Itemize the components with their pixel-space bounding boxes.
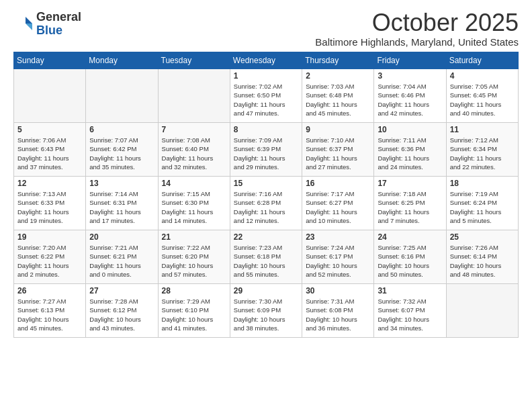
- svg-marker-1: [26, 24, 32, 30]
- calendar-day-cell: 3Sunrise: 7:04 AM Sunset: 6:46 PM Daylig…: [374, 69, 446, 123]
- weekday-header: Tuesday: [158, 52, 230, 69]
- day-info: Sunrise: 7:14 AM Sunset: 6:31 PM Dayligh…: [89, 189, 154, 225]
- day-number: 23: [306, 232, 370, 242]
- logo: General Blue: [13, 11, 81, 38]
- day-number: 19: [17, 232, 82, 242]
- calendar-week-row: 12Sunrise: 7:13 AM Sunset: 6:33 PM Dayli…: [14, 177, 519, 230]
- day-number: 28: [162, 286, 226, 295]
- day-info: Sunrise: 7:27 AM Sunset: 6:13 PM Dayligh…: [17, 297, 82, 332]
- day-number: 22: [234, 232, 298, 242]
- day-info: Sunrise: 7:10 AM Sunset: 6:37 PM Dayligh…: [306, 136, 370, 171]
- calendar-day-cell: 27Sunrise: 7:28 AM Sunset: 6:12 PM Dayli…: [86, 284, 158, 338]
- day-number: 21: [162, 232, 226, 242]
- month-title: October 2025: [315, 11, 519, 35]
- weekday-header: Friday: [374, 52, 446, 69]
- day-info: Sunrise: 7:05 AM Sunset: 6:45 PM Dayligh…: [450, 82, 515, 118]
- day-number: 6: [89, 125, 154, 134]
- calendar-day-cell: 29Sunrise: 7:30 AM Sunset: 6:09 PM Dayli…: [230, 284, 302, 338]
- calendar-day-cell: [14, 69, 86, 123]
- day-number: 30: [306, 286, 370, 295]
- day-number: 15: [234, 179, 298, 188]
- day-info: Sunrise: 7:24 AM Sunset: 6:17 PM Dayligh…: [306, 243, 370, 279]
- day-info: Sunrise: 7:28 AM Sunset: 6:12 PM Dayligh…: [89, 297, 154, 332]
- calendar-day-cell: 30Sunrise: 7:31 AM Sunset: 6:08 PM Dayli…: [302, 284, 374, 338]
- calendar-day-cell: [158, 69, 230, 123]
- day-number: 17: [378, 179, 442, 188]
- day-info: Sunrise: 7:23 AM Sunset: 6:18 PM Dayligh…: [234, 243, 298, 279]
- calendar-day-cell: 2Sunrise: 7:03 AM Sunset: 6:48 PM Daylig…: [302, 69, 374, 123]
- day-info: Sunrise: 7:20 AM Sunset: 6:22 PM Dayligh…: [17, 243, 82, 279]
- calendar-week-row: 26Sunrise: 7:27 AM Sunset: 6:13 PM Dayli…: [14, 284, 519, 338]
- day-number: 16: [306, 179, 370, 188]
- calendar-day-cell: 4Sunrise: 7:05 AM Sunset: 6:45 PM Daylig…: [446, 69, 518, 123]
- day-number: 8: [234, 125, 298, 134]
- day-info: Sunrise: 7:21 AM Sunset: 6:21 PM Dayligh…: [89, 243, 154, 279]
- day-number: 14: [162, 179, 226, 188]
- calendar-day-cell: 24Sunrise: 7:25 AM Sunset: 6:16 PM Dayli…: [374, 230, 446, 284]
- day-info: Sunrise: 7:13 AM Sunset: 6:33 PM Dayligh…: [17, 189, 82, 225]
- calendar-day-cell: 5Sunrise: 7:06 AM Sunset: 6:43 PM Daylig…: [14, 123, 86, 177]
- calendar-header-row: SundayMondayTuesdayWednesdayThursdayFrid…: [14, 52, 519, 69]
- day-number: 27: [89, 286, 154, 295]
- day-number: 26: [17, 286, 82, 295]
- page: General Blue October 2025 Baltimore High…: [0, 0, 532, 345]
- day-number: 1: [234, 71, 298, 81]
- day-number: 4: [450, 71, 515, 81]
- day-info: Sunrise: 7:15 AM Sunset: 6:30 PM Dayligh…: [162, 189, 226, 225]
- calendar-day-cell: 6Sunrise: 7:07 AM Sunset: 6:42 PM Daylig…: [86, 123, 158, 177]
- calendar-day-cell: 7Sunrise: 7:08 AM Sunset: 6:40 PM Daylig…: [158, 123, 230, 177]
- calendar-day-cell: 10Sunrise: 7:11 AM Sunset: 6:36 PM Dayli…: [374, 123, 446, 177]
- day-number: 18: [450, 179, 515, 188]
- calendar-day-cell: 1Sunrise: 7:02 AM Sunset: 6:50 PM Daylig…: [230, 69, 302, 123]
- day-number: 31: [378, 286, 442, 295]
- day-info: Sunrise: 7:03 AM Sunset: 6:48 PM Dayligh…: [306, 82, 370, 118]
- day-info: Sunrise: 7:17 AM Sunset: 6:27 PM Dayligh…: [306, 189, 370, 225]
- day-number: 10: [378, 125, 442, 134]
- day-number: 20: [89, 232, 154, 242]
- day-info: Sunrise: 7:02 AM Sunset: 6:50 PM Dayligh…: [234, 82, 298, 118]
- day-number: 13: [89, 179, 154, 188]
- day-number: 29: [234, 286, 298, 295]
- calendar-day-cell: 14Sunrise: 7:15 AM Sunset: 6:30 PM Dayli…: [158, 177, 230, 230]
- day-info: Sunrise: 7:09 AM Sunset: 6:39 PM Dayligh…: [234, 136, 298, 171]
- day-info: Sunrise: 7:07 AM Sunset: 6:42 PM Dayligh…: [89, 136, 154, 171]
- day-number: 11: [450, 125, 515, 134]
- day-info: Sunrise: 7:12 AM Sunset: 6:34 PM Dayligh…: [450, 136, 515, 171]
- day-info: Sunrise: 7:18 AM Sunset: 6:25 PM Dayligh…: [378, 189, 442, 225]
- weekday-header: Monday: [86, 52, 158, 69]
- day-info: Sunrise: 7:04 AM Sunset: 6:46 PM Dayligh…: [378, 82, 442, 118]
- calendar-day-cell: 12Sunrise: 7:13 AM Sunset: 6:33 PM Dayli…: [14, 177, 86, 230]
- day-info: Sunrise: 7:26 AM Sunset: 6:14 PM Dayligh…: [450, 243, 515, 279]
- logo-line2: Blue: [36, 24, 81, 38]
- calendar-day-cell: 25Sunrise: 7:26 AM Sunset: 6:14 PM Dayli…: [446, 230, 518, 284]
- header: General Blue October 2025 Baltimore High…: [13, 11, 519, 48]
- day-info: Sunrise: 7:25 AM Sunset: 6:16 PM Dayligh…: [378, 243, 442, 279]
- logo-icon: [13, 14, 34, 34]
- weekday-header: Sunday: [14, 52, 86, 69]
- calendar-day-cell: 11Sunrise: 7:12 AM Sunset: 6:34 PM Dayli…: [446, 123, 518, 177]
- calendar-day-cell: 20Sunrise: 7:21 AM Sunset: 6:21 PM Dayli…: [86, 230, 158, 284]
- calendar-day-cell: 16Sunrise: 7:17 AM Sunset: 6:27 PM Dayli…: [302, 177, 374, 230]
- day-number: 2: [306, 71, 370, 81]
- calendar-day-cell: 18Sunrise: 7:19 AM Sunset: 6:24 PM Dayli…: [446, 177, 518, 230]
- day-info: Sunrise: 7:32 AM Sunset: 6:07 PM Dayligh…: [378, 297, 442, 332]
- day-number: 3: [378, 71, 442, 81]
- day-info: Sunrise: 7:22 AM Sunset: 6:20 PM Dayligh…: [162, 243, 226, 279]
- calendar-day-cell: 31Sunrise: 7:32 AM Sunset: 6:07 PM Dayli…: [374, 284, 446, 338]
- day-info: Sunrise: 7:30 AM Sunset: 6:09 PM Dayligh…: [234, 297, 298, 332]
- title-block: October 2025 Baltimore Highlands, Maryla…: [315, 11, 519, 48]
- calendar-week-row: 19Sunrise: 7:20 AM Sunset: 6:22 PM Dayli…: [14, 230, 519, 284]
- day-number: 5: [17, 125, 82, 134]
- calendar-day-cell: 15Sunrise: 7:16 AM Sunset: 6:28 PM Dayli…: [230, 177, 302, 230]
- svg-marker-0: [26, 17, 32, 24]
- day-info: Sunrise: 7:29 AM Sunset: 6:10 PM Dayligh…: [162, 297, 226, 332]
- day-info: Sunrise: 7:06 AM Sunset: 6:43 PM Dayligh…: [17, 136, 82, 171]
- day-number: 25: [450, 232, 515, 242]
- weekday-header: Thursday: [302, 52, 374, 69]
- calendar-day-cell: 17Sunrise: 7:18 AM Sunset: 6:25 PM Dayli…: [374, 177, 446, 230]
- day-info: Sunrise: 7:08 AM Sunset: 6:40 PM Dayligh…: [162, 136, 226, 171]
- calendar-day-cell: 26Sunrise: 7:27 AM Sunset: 6:13 PM Dayli…: [14, 284, 86, 338]
- calendar-day-cell: [86, 69, 158, 123]
- location-title: Baltimore Highlands, Maryland, United St…: [315, 36, 519, 48]
- day-info: Sunrise: 7:31 AM Sunset: 6:08 PM Dayligh…: [306, 297, 370, 332]
